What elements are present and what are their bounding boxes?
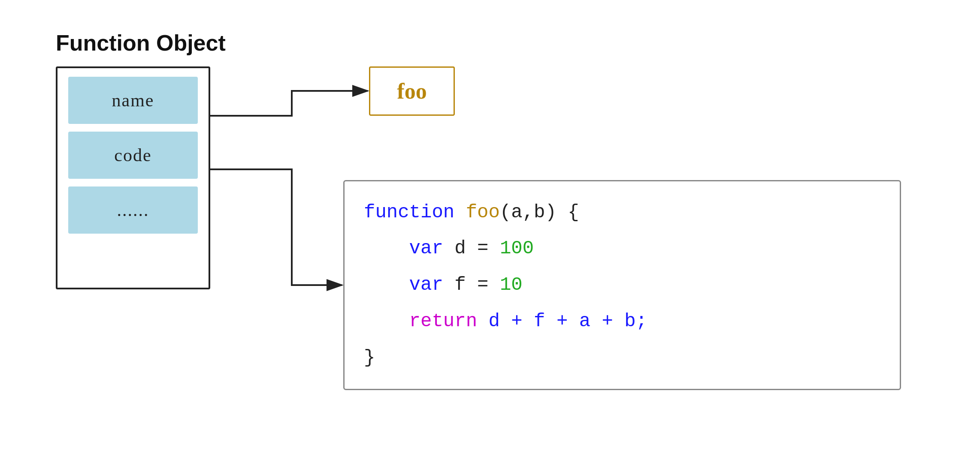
code-line-1: function foo(a,b) {: [364, 199, 880, 226]
kw-d: d =: [443, 238, 500, 259]
property-name: name: [68, 77, 198, 124]
code-line-5: }: [364, 345, 880, 371]
foo-label: foo: [397, 78, 426, 104]
kw-return: return: [364, 310, 488, 332]
kw-var-2: var: [364, 274, 443, 295]
code-line-4: return d + f + a + b;: [364, 308, 880, 335]
kw-10: 10: [500, 274, 523, 295]
kw-f: f =: [443, 274, 500, 295]
property-other: ......: [68, 186, 198, 234]
foo-label-box: foo: [369, 66, 455, 116]
code-line-3: var f = 10: [364, 272, 880, 298]
kw-var-1: var: [364, 238, 443, 259]
function-object-box: name code ......: [56, 66, 210, 289]
arrow-code-to-codebox: [210, 169, 342, 285]
kw-close-brace: }: [364, 347, 375, 368]
kw-expr: d + f + a + b;: [488, 310, 647, 332]
code-box: function foo(a,b) { var d = 100 var f = …: [343, 180, 901, 390]
property-code: code: [68, 132, 198, 179]
kw-foo-name: foo: [466, 201, 500, 223]
code-line-2: var d = 100: [364, 235, 880, 262]
kw-paren: (a,b) {: [500, 201, 579, 223]
page-title: Function Object: [56, 30, 226, 56]
arrow-name-to-foo: [210, 91, 368, 116]
kw-100: 100: [500, 238, 534, 259]
kw-function: function: [364, 201, 466, 223]
diagram-container: Function Object name code ...... foo fun…: [43, 26, 944, 433]
